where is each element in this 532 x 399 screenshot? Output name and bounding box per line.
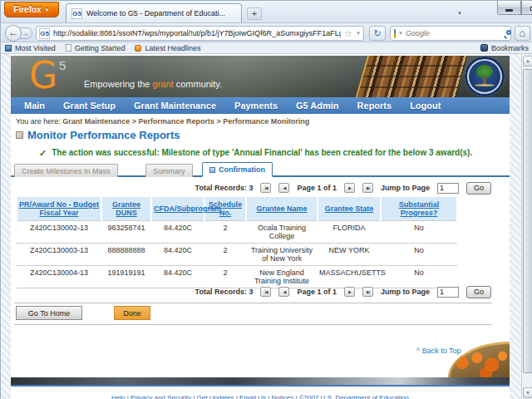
breadcrumb: You are here: Grant Maintenance > Perfor… <box>16 117 309 126</box>
cell-schedule: 2 <box>204 221 246 244</box>
column-header-pr-award-no[interactable]: PR/Award No - Budget Fiscal Year <box>19 200 99 217</box>
breadcrumb-path[interactable]: Grant Maintenance > Performance Reports … <box>62 117 309 126</box>
scroll-down-icon[interactable]: ▼ <box>523 387 532 398</box>
go-to-home-button[interactable]: Go To Home <box>16 306 82 320</box>
bookmark-getting-started[interactable]: Getting Started <box>66 44 126 52</box>
menu-item-reports[interactable]: Reports <box>357 101 392 111</box>
back-button[interactable]: ← <box>5 25 22 42</box>
success-message-row: ✓ The action was successful: Milestone o… <box>39 148 472 159</box>
table-header-row: PR/Award No - Budget Fiscal Year Grantee… <box>17 197 457 221</box>
bookmarks-bar: Most Visited Getting Started Latest Head… <box>1 42 532 54</box>
column-header-substantial-progress[interactable]: Substantial Progress? <box>399 200 440 217</box>
previous-page-button[interactable]: ◀ <box>278 183 289 193</box>
column-header-grantee-duns[interactable]: Grantee DUNS <box>112 200 140 217</box>
jump-to-page-input[interactable] <box>437 287 459 298</box>
most-visited-icon <box>5 45 12 52</box>
bookmark-star-icon[interactable]: ☆ <box>344 28 352 39</box>
page-right-margin <box>510 54 521 399</box>
done-button[interactable]: Done <box>114 306 150 320</box>
cell-grantee-state: FLORIDA <box>318 221 381 244</box>
cell-grantee-name: Ocala Training College <box>246 221 318 244</box>
tagline-prefix: Empowering the <box>84 79 153 89</box>
jump-to-page-label: Jump to Page <box>381 184 430 192</box>
cell-award-no: Z420C130003-13 <box>17 244 101 266</box>
go-button[interactable]: Go <box>466 286 491 298</box>
g5-favicon-icon: G5 <box>71 8 82 19</box>
title-bar: Firefox ▼ G5 Welcome to G5 - Department … <box>1 1 532 22</box>
restore-button[interactable] <box>521 1 532 15</box>
tab-confirmation[interactable]: Confirmation <box>202 162 273 177</box>
menu-item-payments[interactable]: Payments <box>234 101 278 111</box>
page-title: Monitor Performance Reports <box>27 129 180 141</box>
minimize-button[interactable] <box>497 1 521 15</box>
menu-item-g5-admin[interactable]: G5 Admin <box>296 101 339 111</box>
previous-page-button[interactable]: ◀ <box>278 287 289 297</box>
browser-tab[interactable]: G5 Welcome to G5 - Department of Educati… <box>66 3 242 22</box>
bookmark-most-visited[interactable]: Most Visited <box>5 44 56 52</box>
bookmark-label: Most Visited <box>15 44 56 52</box>
reload-button[interactable]: ↻ <box>369 26 386 41</box>
new-tab-button[interactable]: + <box>247 7 262 20</box>
page-viewport: G5 Empowering the grant community. Main … <box>1 54 532 399</box>
google-logo-icon[interactable] <box>394 29 396 38</box>
pagination-bottom: Total Records: 3 |◀ ◀ Page 1 of 1 ▶ ▶| J… <box>11 284 510 299</box>
list-tabs-icon[interactable]: ▼ <box>457 11 462 16</box>
bookmarks-menu-button[interactable]: Bookmarks <box>480 44 529 52</box>
footer-links-clipped: Help | Privacy and Security | Get Update… <box>11 394 510 399</box>
url-input[interactable] <box>53 29 341 37</box>
success-message: The action was successful: Milestone of … <box>52 148 472 157</box>
window-controls: × <box>497 1 532 15</box>
bookmarks-icon <box>480 44 488 52</box>
firefox-menu-button[interactable]: Firefox ▼ <box>4 2 59 17</box>
cell-substantial-progress: No <box>381 221 457 244</box>
cell-duns: 963258741 <box>101 221 151 244</box>
search-box[interactable]: ▼ <box>390 26 511 41</box>
scrollbar-thumb[interactable] <box>523 69 532 373</box>
g5-logo-g: G <box>29 56 57 96</box>
checkmark-icon: ✓ <box>39 148 47 159</box>
jump-to-page-input[interactable] <box>437 183 459 194</box>
tab-create-milestones-in-mass[interactable]: Create Milestones In Mass <box>14 164 118 177</box>
cell-substantial-progress: No <box>381 244 457 266</box>
bookmarks-menu-label: Bookmarks <box>491 44 529 52</box>
total-records-label: Total Records: 3 <box>195 288 254 296</box>
first-page-button[interactable]: |◀ <box>260 183 271 193</box>
search-engine-dropdown-icon[interactable]: ▼ <box>398 31 403 36</box>
last-page-button[interactable]: ▶| <box>362 183 373 193</box>
menu-item-main[interactable]: Main <box>24 101 45 111</box>
page-icon <box>66 44 71 52</box>
column-header-grantee-name[interactable]: Grantee Name <box>256 204 307 213</box>
next-page-button[interactable]: ▶ <box>344 287 355 297</box>
scroll-up-icon[interactable]: ▲ <box>523 56 532 66</box>
tagline-highlight: grant <box>153 79 174 89</box>
g5-logo-5: 5 <box>59 58 66 72</box>
url-bar[interactable]: G5 ☆ ▼ <box>36 26 364 41</box>
column-header-grantee-state[interactable]: Grantee State <box>325 204 374 213</box>
last-page-button[interactable]: ▶| <box>362 287 373 297</box>
home-button[interactable]: ⌂ <box>515 26 530 41</box>
first-page-button[interactable]: |◀ <box>260 287 271 297</box>
search-input[interactable] <box>406 29 503 37</box>
cell-schedule: 2 <box>204 244 246 266</box>
menu-item-grant-maintenance[interactable]: Grant Maintenance <box>134 101 216 111</box>
go-button[interactable]: Go <box>466 182 491 195</box>
search-icon[interactable] <box>505 29 507 38</box>
bookmark-label: Getting Started <box>75 44 126 52</box>
tab-confirmation-label: Confirmation <box>219 165 265 174</box>
vertical-scrollbar[interactable]: ▲ ▼ <box>521 54 532 399</box>
menu-item-grant-setup[interactable]: Grant Setup <box>63 101 116 111</box>
back-to-top-link[interactable]: ^ Back to Top <box>416 347 461 355</box>
next-page-button[interactable]: ▶ <box>344 183 355 193</box>
bookmark-latest-headlines[interactable]: Latest Headlines <box>135 44 200 52</box>
tab-title: Welcome to G5 - Department of Educati... <box>86 9 225 17</box>
menu-item-logout[interactable]: Logout <box>410 101 441 111</box>
page-left-margin <box>1 54 11 399</box>
page-content: G5 Empowering the grant community. Main … <box>11 54 510 399</box>
tab-summary[interactable]: Summary <box>145 164 193 177</box>
tab-marker-icon <box>209 167 215 173</box>
navigation-toolbar: ← → G5 ☆ ▼ ↻ ▼ ⌂ <box>1 22 532 42</box>
browser-window: Firefox ▼ G5 Welcome to G5 - Department … <box>0 0 532 399</box>
url-dropdown-icon[interactable]: ▼ <box>356 31 361 36</box>
caret-up-icon: ^ <box>416 347 420 355</box>
department-of-education-seal <box>465 57 505 96</box>
